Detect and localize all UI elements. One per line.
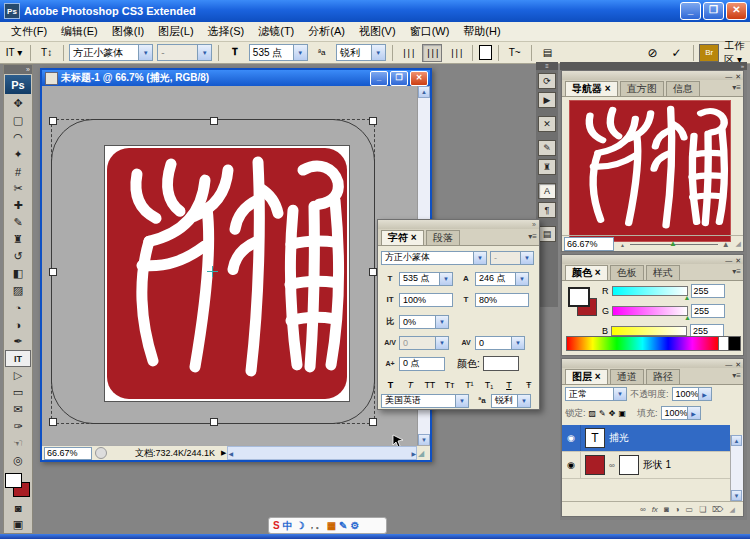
char-horizontal-scale-field[interactable]: 80%: [475, 293, 529, 307]
character-panel-icon[interactable]: A: [538, 183, 556, 199]
vector-mask-thumbnail[interactable]: [619, 455, 639, 475]
slider-thumb[interactable]: ▲: [684, 294, 691, 301]
tab-histogram[interactable]: 直方图: [620, 81, 664, 96]
tab-info[interactable]: 信息: [666, 81, 700, 96]
path-selection-tool[interactable]: ▷: [5, 367, 31, 384]
resize-grip[interactable]: ◢: [736, 240, 743, 248]
layer-comps-panel-icon[interactable]: ▤: [538, 226, 556, 242]
faux-italic-button[interactable]: T: [402, 377, 419, 393]
sogou-logo-icon[interactable]: S: [273, 518, 280, 533]
fill-field[interactable]: 100%▶: [661, 406, 701, 420]
maximize-button[interactable]: ❐: [703, 2, 724, 20]
soft-keyboard-icon[interactable]: ▦: [327, 518, 336, 533]
transform-handle[interactable]: [369, 117, 377, 125]
tab-color[interactable]: 颜色 ×: [565, 265, 608, 280]
char-kerning-select[interactable]: 0▼: [399, 336, 449, 350]
panel-group-header[interactable]: —✕: [562, 255, 743, 264]
doc-restore-button[interactable]: ❐: [390, 71, 408, 86]
clone-source-panel-icon[interactable]: ♜: [538, 159, 556, 175]
settings-wrench-icon[interactable]: ⚙: [350, 518, 359, 533]
menu-window[interactable]: 窗口(W): [403, 22, 457, 41]
blend-mode-select[interactable]: 正常▼: [565, 387, 627, 401]
tab-channels[interactable]: 通道: [610, 369, 644, 384]
zoom-slider-thumb[interactable]: ▲: [669, 239, 677, 248]
menu-view[interactable]: 视图(V): [352, 22, 403, 41]
canvas-pasteboard[interactable]: [42, 86, 418, 446]
close-button[interactable]: ✕: [726, 2, 747, 20]
faux-bold-button[interactable]: T: [382, 377, 399, 393]
brush-tool[interactable]: ✎: [5, 214, 31, 231]
transform-handle[interactable]: [49, 117, 57, 125]
brushes-panel-icon[interactable]: ✎: [538, 140, 556, 156]
tool-preset-picker[interactable]: IT ▾: [4, 44, 24, 62]
opacity-field[interactable]: 100%▶: [672, 387, 712, 401]
layers-scrollbar[interactable]: ▲ ▼: [730, 435, 743, 501]
dock-collapse-icon[interactable]: »: [560, 62, 747, 70]
text-layer-thumbnail[interactable]: T: [585, 428, 605, 448]
font-family-select[interactable]: 方正小篆体▼: [69, 44, 153, 61]
screen-mode-button[interactable]: ▣: [5, 516, 31, 533]
scroll-right-icon[interactable]: ▶: [411, 450, 416, 457]
punctuation-icon[interactable]: ，。: [308, 518, 324, 533]
navigator-zoom-slider[interactable]: ▲ ▲ ▲: [618, 238, 732, 250]
shape-fill-thumbnail[interactable]: [585, 455, 605, 475]
doc-minimize-button[interactable]: _: [370, 71, 388, 86]
underline-button[interactable]: T: [501, 377, 518, 393]
lasso-tool[interactable]: ◠: [5, 129, 31, 146]
char-color-swatch[interactable]: [483, 356, 519, 371]
layer-row-text[interactable]: ◉ T 捕光: [562, 425, 730, 452]
green-value-field[interactable]: 255: [691, 304, 725, 318]
panel-menu-icon[interactable]: ▾≡: [732, 371, 741, 380]
new-group-icon[interactable]: ▭: [686, 505, 694, 514]
green-channel-slider[interactable]: ▲: [612, 306, 688, 316]
menu-filter[interactable]: 滤镜(T): [251, 22, 301, 41]
red-value-field[interactable]: 255: [691, 284, 725, 298]
hand-tool[interactable]: ☜: [5, 435, 31, 452]
transform-handle[interactable]: [49, 268, 57, 276]
link-layers-icon[interactable]: ∞: [640, 505, 646, 514]
tool-presets-panel-icon[interactable]: ✕: [538, 116, 556, 132]
blur-tool[interactable]: ◔: [5, 299, 31, 316]
tab-swatches[interactable]: 色板: [610, 265, 644, 280]
visibility-eye-icon[interactable]: ◉: [562, 425, 581, 451]
eyedropper-tool[interactable]: ✑: [5, 418, 31, 435]
menu-select[interactable]: 选择(S): [201, 22, 252, 41]
panel-menu-icon[interactable]: ▾≡: [732, 83, 741, 92]
tab-paths[interactable]: 路径: [646, 369, 680, 384]
type-tool[interactable]: IT: [5, 350, 31, 367]
transform-handle[interactable]: [49, 418, 57, 426]
char-leading-field[interactable]: 246 点▼: [475, 272, 529, 286]
layer-style-icon[interactable]: fx: [652, 505, 658, 514]
warp-text-icon[interactable]: T~: [505, 44, 525, 62]
scroll-up-icon[interactable]: ▲: [731, 435, 742, 446]
subscript-button[interactable]: T₁: [481, 377, 498, 393]
scroll-up-icon[interactable]: ▲: [418, 86, 430, 98]
magic-wand-tool[interactable]: ✦: [5, 146, 31, 163]
history-panel-icon[interactable]: ⟳: [538, 73, 556, 89]
blue-channel-slider[interactable]: ▲: [611, 326, 687, 336]
layer-name[interactable]: 形状 1: [643, 458, 671, 472]
menu-analysis[interactable]: 分析(A): [301, 22, 352, 41]
panel-menu-icon[interactable]: ▾≡: [528, 232, 537, 241]
small-caps-button[interactable]: Tт: [441, 377, 458, 393]
menu-edit[interactable]: 编辑(E): [54, 22, 105, 41]
align-top-button[interactable]: |||: [398, 44, 418, 62]
zoom-out-mountain-icon[interactable]: ▲: [620, 242, 625, 248]
tab-layers[interactable]: 图层 ×: [565, 369, 608, 384]
tab-styles[interactable]: 样式: [646, 265, 680, 280]
superscript-button[interactable]: T¹: [461, 377, 478, 393]
adjustment-layer-icon[interactable]: ◑: [675, 505, 680, 514]
menu-help[interactable]: 帮助(H): [456, 22, 507, 41]
marquee-tool[interactable]: ▢: [5, 112, 31, 129]
dodge-tool[interactable]: ◑: [5, 316, 31, 333]
workspace-button[interactable]: 工作区 ▾: [723, 44, 750, 62]
actions-panel-icon[interactable]: ▶: [538, 92, 556, 108]
chinese-mode-icon[interactable]: 中: [283, 518, 293, 533]
horizontal-scrollbar[interactable]: ◀ ▶: [227, 446, 417, 460]
handwriting-icon[interactable]: ✎: [339, 518, 347, 533]
align-center-button[interactable]: |||: [422, 44, 442, 62]
tab-navigator[interactable]: 导航器 ×: [565, 81, 618, 96]
visibility-eye-icon[interactable]: ◉: [562, 452, 581, 478]
minimize-button[interactable]: _: [680, 2, 701, 20]
slider-thumb[interactable]: ▲: [684, 314, 691, 321]
